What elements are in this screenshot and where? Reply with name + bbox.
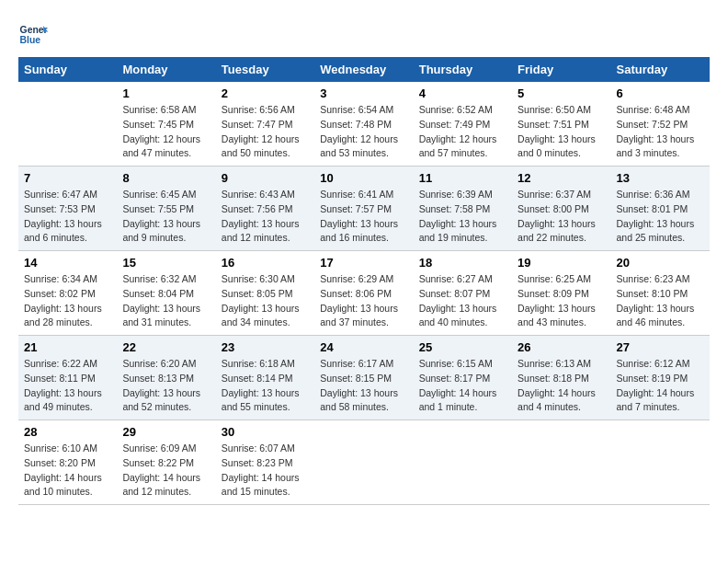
- calendar-cell: [18, 82, 117, 167]
- calendar-cell: 26Sunrise: 6:13 AM Sunset: 8:18 PM Dayli…: [512, 336, 610, 420]
- day-info: Sunrise: 6:23 AM Sunset: 8:10 PM Dayligh…: [617, 272, 704, 330]
- col-header-saturday: Saturday: [611, 57, 710, 82]
- calendar-cell: 3Sunrise: 6:54 AM Sunset: 7:48 PM Daylig…: [314, 82, 413, 167]
- day-number: 25: [419, 340, 506, 354]
- day-number: 22: [122, 340, 210, 354]
- day-info: Sunrise: 6:50 AM Sunset: 7:51 PM Dayligh…: [518, 103, 605, 161]
- header-row: SundayMondayTuesdayWednesdayThursdayFrid…: [18, 57, 710, 82]
- day-info: Sunrise: 6:09 AM Sunset: 8:22 PM Dayligh…: [122, 442, 210, 500]
- day-number: 15: [122, 256, 210, 270]
- calendar-cell: 5Sunrise: 6:50 AM Sunset: 7:51 PM Daylig…: [512, 82, 610, 167]
- day-info: Sunrise: 6:34 AM Sunset: 8:02 PM Dayligh…: [24, 272, 111, 330]
- day-info: Sunrise: 6:32 AM Sunset: 8:04 PM Dayligh…: [122, 272, 210, 330]
- calendar-cell: 15Sunrise: 6:32 AM Sunset: 8:04 PM Dayli…: [117, 251, 215, 336]
- day-number: 1: [122, 86, 210, 100]
- page-header: General Blue: [18, 18, 710, 48]
- day-info: Sunrise: 6:48 AM Sunset: 7:52 PM Dayligh…: [617, 103, 704, 161]
- day-info: Sunrise: 6:58 AM Sunset: 7:45 PM Dayligh…: [122, 103, 210, 161]
- day-info: Sunrise: 6:27 AM Sunset: 8:07 PM Dayligh…: [419, 272, 506, 330]
- calendar-cell: 7Sunrise: 6:47 AM Sunset: 7:53 PM Daylig…: [18, 167, 117, 251]
- calendar-cell: 22Sunrise: 6:20 AM Sunset: 8:13 PM Dayli…: [117, 336, 215, 420]
- day-number: 10: [320, 171, 407, 185]
- day-number: 8: [122, 171, 210, 185]
- calendar-cell: 18Sunrise: 6:27 AM Sunset: 8:07 PM Dayli…: [414, 251, 512, 336]
- day-number: 27: [617, 340, 704, 354]
- week-row-5: 28Sunrise: 6:10 AM Sunset: 8:20 PM Dayli…: [18, 420, 710, 505]
- day-number: 4: [419, 86, 506, 100]
- day-number: 17: [320, 256, 407, 270]
- day-number: 13: [617, 171, 704, 185]
- calendar-cell: 12Sunrise: 6:37 AM Sunset: 8:00 PM Dayli…: [512, 167, 610, 251]
- calendar-cell: [314, 420, 413, 505]
- calendar-cell: 29Sunrise: 6:09 AM Sunset: 8:22 PM Dayli…: [117, 420, 215, 505]
- calendar-cell: [611, 420, 710, 505]
- day-info: Sunrise: 6:12 AM Sunset: 8:19 PM Dayligh…: [617, 357, 704, 415]
- day-info: Sunrise: 6:10 AM Sunset: 8:20 PM Dayligh…: [24, 442, 111, 500]
- day-number: 7: [24, 171, 111, 185]
- day-number: 21: [24, 340, 111, 354]
- calendar-cell: 6Sunrise: 6:48 AM Sunset: 7:52 PM Daylig…: [611, 82, 710, 167]
- col-header-monday: Monday: [117, 57, 215, 82]
- day-info: Sunrise: 6:22 AM Sunset: 8:11 PM Dayligh…: [24, 357, 111, 415]
- day-info: Sunrise: 6:43 AM Sunset: 7:56 PM Dayligh…: [222, 188, 309, 246]
- day-info: Sunrise: 6:39 AM Sunset: 7:58 PM Dayligh…: [419, 188, 506, 246]
- calendar-cell: 10Sunrise: 6:41 AM Sunset: 7:57 PM Dayli…: [314, 167, 413, 251]
- day-number: 16: [222, 256, 309, 270]
- day-info: Sunrise: 6:07 AM Sunset: 8:23 PM Dayligh…: [222, 442, 309, 500]
- calendar-cell: 21Sunrise: 6:22 AM Sunset: 8:11 PM Dayli…: [18, 336, 117, 420]
- calendar-cell: [414, 420, 512, 505]
- col-header-thursday: Thursday: [414, 57, 512, 82]
- day-info: Sunrise: 6:25 AM Sunset: 8:09 PM Dayligh…: [518, 272, 605, 330]
- day-info: Sunrise: 6:30 AM Sunset: 8:05 PM Dayligh…: [222, 272, 309, 330]
- calendar-cell: 28Sunrise: 6:10 AM Sunset: 8:20 PM Dayli…: [18, 420, 117, 505]
- calendar-cell: 8Sunrise: 6:45 AM Sunset: 7:55 PM Daylig…: [117, 167, 215, 251]
- day-info: Sunrise: 6:54 AM Sunset: 7:48 PM Dayligh…: [320, 103, 407, 161]
- day-number: 6: [617, 86, 704, 100]
- calendar-cell: 4Sunrise: 6:52 AM Sunset: 7:49 PM Daylig…: [414, 82, 512, 167]
- day-number: 28: [24, 425, 111, 439]
- day-number: 23: [222, 340, 309, 354]
- calendar-cell: 9Sunrise: 6:43 AM Sunset: 7:56 PM Daylig…: [216, 167, 314, 251]
- calendar-cell: 25Sunrise: 6:15 AM Sunset: 8:17 PM Dayli…: [414, 336, 512, 420]
- day-number: 9: [222, 171, 309, 185]
- day-info: Sunrise: 6:17 AM Sunset: 8:15 PM Dayligh…: [320, 357, 407, 415]
- calendar-cell: 27Sunrise: 6:12 AM Sunset: 8:19 PM Dayli…: [611, 336, 710, 420]
- week-row-4: 21Sunrise: 6:22 AM Sunset: 8:11 PM Dayli…: [18, 336, 710, 420]
- day-number: 26: [518, 340, 605, 354]
- col-header-wednesday: Wednesday: [314, 57, 413, 82]
- calendar-cell: 13Sunrise: 6:36 AM Sunset: 8:01 PM Dayli…: [611, 167, 710, 251]
- calendar-cell: 24Sunrise: 6:17 AM Sunset: 8:15 PM Dayli…: [314, 336, 413, 420]
- calendar-cell: 20Sunrise: 6:23 AM Sunset: 8:10 PM Dayli…: [611, 251, 710, 336]
- day-info: Sunrise: 6:20 AM Sunset: 8:13 PM Dayligh…: [122, 357, 210, 415]
- day-number: 30: [222, 425, 309, 439]
- week-row-1: 1Sunrise: 6:58 AM Sunset: 7:45 PM Daylig…: [18, 82, 710, 167]
- day-info: Sunrise: 6:52 AM Sunset: 7:49 PM Dayligh…: [419, 103, 506, 161]
- day-number: 2: [222, 86, 309, 100]
- col-header-tuesday: Tuesday: [216, 57, 314, 82]
- calendar-cell: 2Sunrise: 6:56 AM Sunset: 7:47 PM Daylig…: [216, 82, 314, 167]
- day-number: 29: [122, 425, 210, 439]
- day-info: Sunrise: 6:37 AM Sunset: 8:00 PM Dayligh…: [518, 188, 605, 246]
- day-info: Sunrise: 6:18 AM Sunset: 8:14 PM Dayligh…: [222, 357, 309, 415]
- day-number: 24: [320, 340, 407, 354]
- day-info: Sunrise: 6:13 AM Sunset: 8:18 PM Dayligh…: [518, 357, 605, 415]
- calendar-cell: 16Sunrise: 6:30 AM Sunset: 8:05 PM Dayli…: [216, 251, 314, 336]
- calendar-cell: 1Sunrise: 6:58 AM Sunset: 7:45 PM Daylig…: [117, 82, 215, 167]
- svg-text:Blue: Blue: [20, 35, 41, 45]
- day-number: 19: [518, 256, 605, 270]
- calendar-cell: 17Sunrise: 6:29 AM Sunset: 8:06 PM Dayli…: [314, 251, 413, 336]
- day-info: Sunrise: 6:41 AM Sunset: 7:57 PM Dayligh…: [320, 188, 407, 246]
- calendar-cell: 11Sunrise: 6:39 AM Sunset: 7:58 PM Dayli…: [414, 167, 512, 251]
- col-header-friday: Friday: [512, 57, 610, 82]
- day-info: Sunrise: 6:56 AM Sunset: 7:47 PM Dayligh…: [222, 103, 309, 161]
- day-info: Sunrise: 6:45 AM Sunset: 7:55 PM Dayligh…: [122, 188, 210, 246]
- calendar-cell: 19Sunrise: 6:25 AM Sunset: 8:09 PM Dayli…: [512, 251, 610, 336]
- calendar-table: SundayMondayTuesdayWednesdayThursdayFrid…: [18, 57, 710, 505]
- day-number: 12: [518, 171, 605, 185]
- day-number: 20: [617, 256, 704, 270]
- logo-icon: General Blue: [18, 18, 48, 48]
- day-info: Sunrise: 6:47 AM Sunset: 7:53 PM Dayligh…: [24, 188, 111, 246]
- day-number: 5: [518, 86, 605, 100]
- day-info: Sunrise: 6:15 AM Sunset: 8:17 PM Dayligh…: [419, 357, 506, 415]
- day-number: 3: [320, 86, 407, 100]
